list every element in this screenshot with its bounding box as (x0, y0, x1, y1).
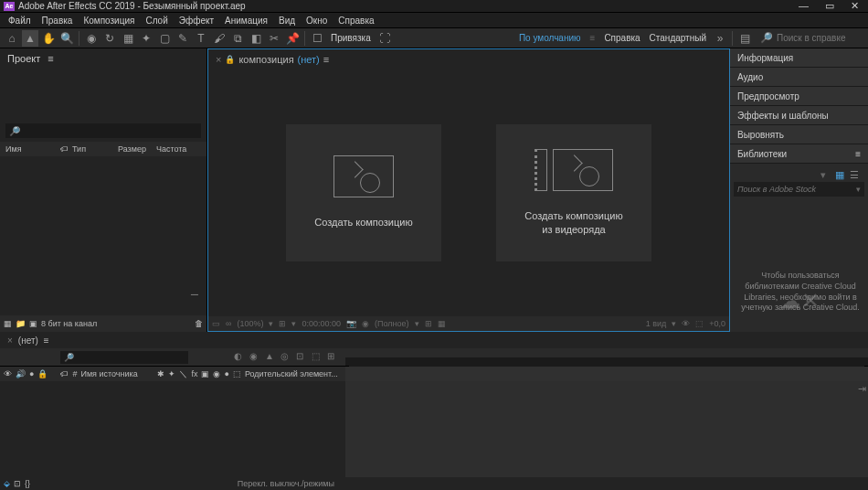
effects-panel[interactable]: Эффекты и шаблоны (730, 106, 868, 125)
home-icon[interactable]: ⌂ (4, 30, 20, 47)
dropdown-icon[interactable]: ▾ (820, 169, 831, 180)
rect-tool-icon[interactable]: ▢ (156, 30, 173, 47)
workspace-help[interactable]: Справка (600, 33, 643, 43)
tl-icon[interactable]: ⊡ (296, 351, 309, 364)
col-size[interactable]: Размер (118, 144, 153, 154)
new-comp-from-footage-button[interactable]: Создать композициюиз видеоряда (496, 124, 651, 261)
workspace-default[interactable]: По умолчанию (515, 33, 585, 43)
layer-list[interactable] (0, 381, 345, 477)
magnify-icon[interactable]: ▭ (212, 319, 220, 328)
panel-toggle-icon[interactable]: ▤ (736, 30, 753, 47)
workspace-more-icon[interactable]: » (712, 30, 728, 47)
project-search-input[interactable] (20, 124, 197, 138)
list-view-icon[interactable]: ☰ (850, 169, 861, 180)
tl-icon[interactable]: ▲ (265, 351, 278, 364)
snap-checkbox-icon[interactable]: ☐ (309, 30, 325, 47)
lock-col-icon[interactable]: 🔒 (37, 369, 48, 378)
menu-effect[interactable]: Эффект (175, 15, 218, 27)
view-icon[interactable]: 👁 (682, 319, 690, 328)
sw-icon[interactable]: ▣ (201, 369, 209, 378)
menu-help[interactable]: Справка (333, 15, 378, 27)
selection-tool-icon[interactable]: ▲ (22, 30, 38, 47)
stock-search-input[interactable] (737, 185, 856, 194)
align-panel[interactable]: Выровнять (730, 125, 868, 144)
flowchart-icon[interactable]: ⚊ (0, 284, 206, 300)
solo-col-icon[interactable]: ● (29, 369, 34, 378)
menu-window[interactable]: Окно (302, 15, 332, 27)
toggle-switches-label[interactable]: Перекл. выключ./режимы (238, 479, 334, 488)
camera-tool-icon[interactable]: ▦ (120, 30, 136, 47)
mask-icon[interactable]: ∞ (226, 319, 231, 328)
zoom-tool-icon[interactable]: 🔍 (58, 30, 75, 47)
toggle-icon[interactable]: ⊡ (14, 479, 21, 488)
comp-icon[interactable]: ▣ (29, 319, 37, 328)
tag-icon[interactable]: 🏷 (60, 144, 69, 154)
lock-icon[interactable]: 🔒 (225, 55, 235, 64)
parent-col[interactable]: Родительский элемент... (245, 369, 338, 378)
orbit-tool-icon[interactable]: ◉ (83, 30, 100, 47)
close-button[interactable]: ✕ (851, 0, 859, 12)
close-tab-icon[interactable]: × (216, 54, 221, 65)
info-panel[interactable]: Информация (730, 48, 868, 68)
audio-panel[interactable]: Аудио (730, 68, 868, 87)
tl-icon[interactable]: ◐ (234, 351, 247, 364)
snap-options-icon[interactable]: ⛶ (376, 30, 393, 47)
sw-icon[interactable]: ✦ (168, 369, 175, 378)
trash-icon[interactable]: 🗑 (195, 319, 203, 328)
tl-icon[interactable]: ⊞ (327, 351, 340, 364)
text-tool-icon[interactable]: T (193, 30, 209, 47)
maximize-button[interactable]: ▭ (825, 0, 834, 12)
label-col-icon[interactable]: 🏷 (60, 369, 69, 378)
workspace-standard[interactable]: Стандартный (646, 33, 710, 43)
bpc-label[interactable]: 8 бит на канал (41, 319, 97, 328)
sw-icon[interactable]: fx (191, 369, 197, 378)
clone-tool-icon[interactable]: ⧉ (229, 30, 246, 47)
sw-icon[interactable]: ✱ (157, 369, 164, 378)
timeline-tracks[interactable]: ⇥ (345, 381, 868, 477)
zoom-value[interactable]: (100%) (237, 319, 263, 328)
new-composition-button[interactable]: Создать композицию (286, 124, 441, 261)
tl-icon[interactable]: ⬚ (312, 351, 324, 364)
menu-view[interactable]: Вид (274, 15, 300, 27)
sw-icon[interactable]: ⬚ (233, 369, 241, 378)
anchor-tool-icon[interactable]: ✦ (138, 30, 154, 47)
libraries-panel[interactable]: Библиотеки (737, 149, 787, 159)
toggle-icon[interactable]: ⬙ (4, 479, 10, 488)
grid-icon[interactable]: ⊞ (425, 319, 432, 328)
snapshot-icon[interactable]: 📷 (346, 319, 356, 328)
menu-animation[interactable]: Анимация (220, 15, 272, 27)
guides-icon[interactable]: ▦ (438, 319, 446, 328)
menu-edit[interactable]: Правка (37, 15, 78, 27)
tl-icon[interactable]: ◉ (249, 351, 262, 364)
pen-tool-icon[interactable]: ✎ (175, 30, 191, 47)
menu-composition[interactable]: Композиция (79, 15, 139, 27)
menu-file[interactable]: Файл (4, 15, 36, 27)
hand-tool-icon[interactable]: ✋ (40, 30, 57, 47)
brush-tool-icon[interactable]: 🖌 (211, 30, 228, 47)
rotate-tool-icon[interactable]: ↻ (101, 30, 118, 47)
time-ruler[interactable] (345, 348, 868, 357)
project-panel-title[interactable]: Проект (7, 53, 40, 64)
interpret-icon[interactable]: ▦ (4, 319, 12, 328)
tl-icon[interactable]: ◎ (281, 351, 293, 364)
help-search-input[interactable] (777, 33, 859, 43)
minimize-button[interactable]: — (799, 0, 809, 12)
grid-view-icon[interactable]: ▦ (835, 169, 846, 180)
num-col[interactable]: # (72, 369, 77, 378)
menu-layer[interactable]: Слой (141, 15, 172, 27)
roto-tool-icon[interactable]: ✂ (266, 30, 282, 47)
video-col-icon[interactable]: 👁 (4, 369, 12, 378)
timecode[interactable]: 0:00:00:00 (302, 319, 341, 328)
3d-icon[interactable]: ⬚ (695, 319, 704, 328)
close-tab-icon[interactable]: × (7, 336, 13, 346)
collapse-icon[interactable]: ⇥ (858, 383, 866, 395)
sw-icon[interactable]: ● (224, 369, 228, 378)
puppet-tool-icon[interactable]: 📌 (284, 30, 301, 47)
col-type[interactable]: Тип (72, 144, 114, 154)
tab-menu-icon[interactable]: ≡ (44, 336, 49, 346)
panel-menu-icon[interactable]: ≡ (48, 53, 53, 64)
panel-menu-icon[interactable]: ≡ (855, 149, 861, 159)
sw-icon[interactable]: ◉ (213, 369, 220, 378)
col-name[interactable]: Имя (5, 144, 57, 154)
col-freq[interactable]: Частота (156, 144, 186, 154)
